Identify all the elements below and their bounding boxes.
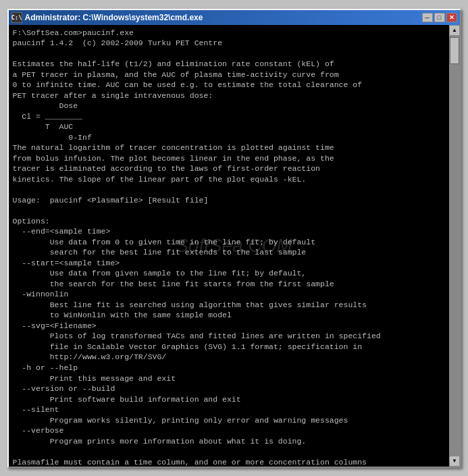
close-button[interactable]: ✕ [446,13,457,22]
scroll-thumb[interactable] [450,37,459,64]
scroll-down-button[interactable]: ▼ [449,456,460,467]
maximize-button[interactable]: □ [434,13,445,22]
scroll-up-button[interactable]: ▲ [449,25,460,36]
title-bar: C:\ Administrator: C:\Windows\system32\c… [9,10,460,25]
title-bar-buttons: ─ □ ✕ [422,13,457,22]
minimize-button[interactable]: ─ [422,13,433,22]
title-bar-left: C:\ Administrator: C:\Windows\system32\c… [11,12,203,23]
scroll-track[interactable] [450,36,460,456]
scrollbar[interactable]: ▲ ▼ [449,25,460,467]
window-title: Administrator: C:\Windows\system32\cmd.e… [25,13,203,22]
cmd-window: C:\ Administrator: C:\Windows\system32\c… [7,9,461,468]
console-output[interactable]: F:\SoftSea.com>paucinf.exe paucinf 1.4.2… [9,25,449,467]
cmd-icon: C:\ [11,12,22,23]
console-area: F:\SoftSea.com>paucinf.exe paucinf 1.4.2… [9,25,460,467]
